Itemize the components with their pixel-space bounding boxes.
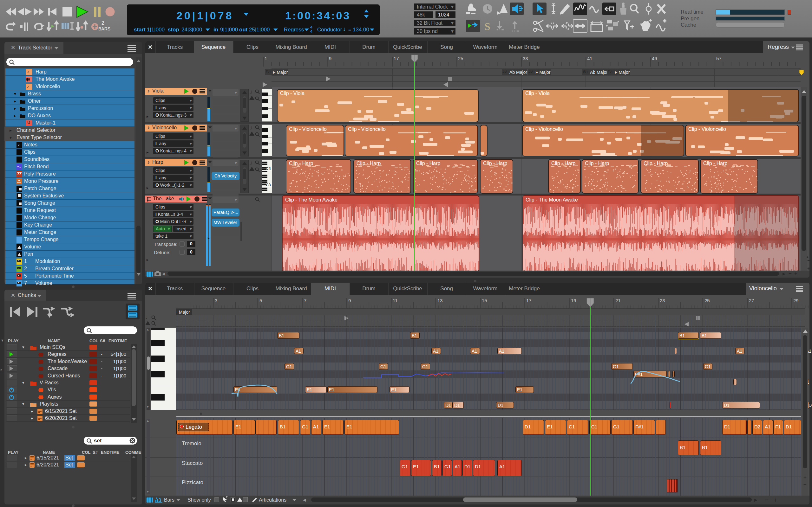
svg-text:21: 21 xyxy=(615,298,621,303)
svg-text:11: 11 xyxy=(393,298,398,303)
svg-text:19: 19 xyxy=(571,298,576,303)
svg-text:13: 13 xyxy=(438,298,443,303)
svg-text:23: 23 xyxy=(660,298,665,303)
svg-text:49: 49 xyxy=(652,56,657,61)
svg-text:3: 3 xyxy=(215,298,217,303)
svg-text:BARS: BARS xyxy=(98,26,110,32)
svg-text:1: 1 xyxy=(264,56,267,61)
svg-text:33: 33 xyxy=(523,56,528,61)
svg-text:9: 9 xyxy=(348,298,351,303)
svg-text:29: 29 xyxy=(793,298,799,303)
svg-text:2: 2 xyxy=(101,20,104,26)
svg-text:57: 57 xyxy=(716,56,722,61)
svg-text:S: S xyxy=(484,20,490,32)
svg-text:17: 17 xyxy=(526,298,531,303)
svg-text:7: 7 xyxy=(304,298,306,303)
svg-text:25: 25 xyxy=(705,298,710,303)
svg-text:17: 17 xyxy=(394,56,399,61)
svg-text:41: 41 xyxy=(587,56,593,61)
svg-text:15: 15 xyxy=(482,298,487,303)
svg-text:25: 25 xyxy=(458,56,463,61)
svg-text:5: 5 xyxy=(259,298,262,303)
svg-text:27: 27 xyxy=(749,298,754,303)
svg-text:9: 9 xyxy=(329,56,332,61)
